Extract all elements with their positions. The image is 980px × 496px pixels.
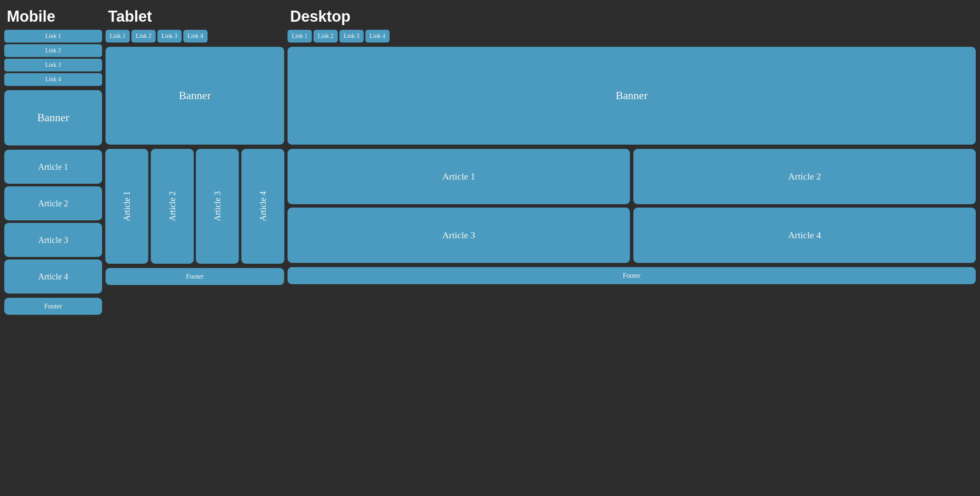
mobile-nav: Link 1 Link 2 Link 3 Link 4 [4, 30, 102, 86]
mobile-nav-link-4[interactable]: Link 4 [4, 73, 102, 86]
desktop-article-2: Article 2 [633, 149, 976, 204]
tablet-articles: Article 1 Article 2 Article 3 Article 4 [105, 149, 284, 264]
tablet-nav-link-4[interactable]: Link 4 [183, 30, 208, 43]
tablet-column: Tablet Link 1 Link 2 Link 3 Link 4 Banne… [105, 4, 284, 315]
mobile-article-1: Article 1 [4, 150, 102, 184]
desktop-nav: Link 1 Link 2 Link 3 Link 4 [288, 30, 976, 43]
tablet-nav: Link 1 Link 2 Link 3 Link 4 [105, 30, 284, 43]
tablet-article-1: Article 1 [105, 149, 148, 264]
desktop-articles: Article 1 Article 2 Article 3 Article 4 [288, 149, 976, 263]
mobile-nav-link-1[interactable]: Link 1 [4, 30, 102, 43]
desktop-article-1: Article 1 [288, 149, 630, 204]
desktop-banner: Banner [288, 47, 976, 145]
desktop-nav-link-3[interactable]: Link 3 [339, 30, 364, 43]
tablet-nav-link-2[interactable]: Link 2 [131, 30, 156, 43]
desktop-nav-link-4[interactable]: Link 4 [365, 30, 390, 43]
desktop-column: Desktop Link 1 Link 2 Link 3 Link 4 Bann… [288, 4, 976, 315]
desktop-article-3: Article 3 [288, 208, 630, 263]
mobile-article-3: Article 3 [4, 223, 102, 257]
mobile-banner: Banner [4, 90, 102, 145]
mobile-nav-link-3[interactable]: Link 3 [4, 59, 102, 71]
desktop-article-4: Article 4 [633, 208, 976, 263]
desktop-heading: Desktop [288, 4, 976, 30]
tablet-article-2: Article 2 [151, 149, 194, 264]
mobile-article-2: Article 2 [4, 186, 102, 220]
tablet-nav-link-1[interactable]: Link 1 [105, 30, 130, 43]
main-container: Mobile Link 1 Link 2 Link 3 Link 4 Banne… [0, 0, 980, 319]
mobile-footer: Footer [4, 298, 102, 315]
mobile-articles: Article 1 Article 2 Article 3 Article 4 [4, 150, 102, 294]
tablet-article-4: Article 4 [242, 149, 285, 264]
tablet-nav-link-3[interactable]: Link 3 [157, 30, 182, 43]
tablet-footer: Footer [105, 268, 284, 285]
mobile-heading: Mobile [4, 4, 102, 30]
tablet-banner: Banner [105, 47, 284, 145]
desktop-nav-link-1[interactable]: Link 1 [288, 30, 312, 43]
mobile-nav-link-2[interactable]: Link 2 [4, 44, 102, 57]
mobile-article-4: Article 4 [4, 259, 102, 294]
desktop-nav-link-2[interactable]: Link 2 [313, 30, 338, 43]
tablet-article-3: Article 3 [196, 149, 239, 264]
desktop-footer: Footer [288, 267, 976, 284]
mobile-column: Mobile Link 1 Link 2 Link 3 Link 4 Banne… [4, 4, 102, 315]
tablet-heading: Tablet [105, 4, 284, 30]
